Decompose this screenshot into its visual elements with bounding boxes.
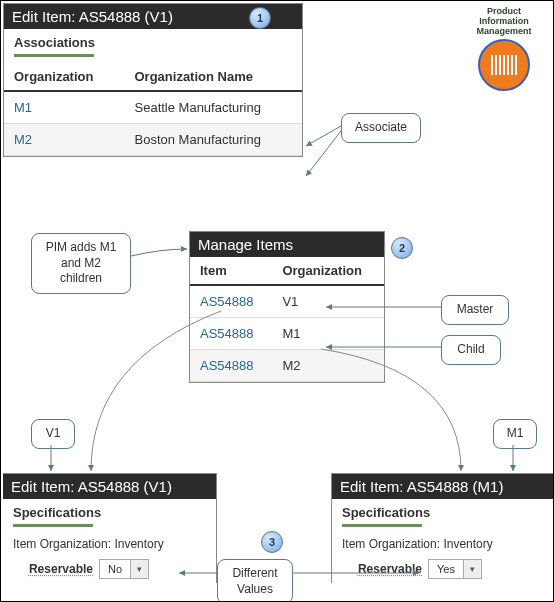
table-row[interactable]: M1 Seattle Manufacturing [4, 91, 302, 124]
org-name-cell: Boston Manufacturing [125, 124, 303, 156]
table-row[interactable]: AS54888 V1 [190, 285, 384, 318]
reservable-select[interactable]: Yes ▾ [428, 559, 482, 579]
reservable-row: Reservable No ▾ [3, 555, 216, 583]
callout-v1: V1 [31, 419, 75, 449]
col-organization-name: Organization Name [125, 63, 303, 91]
underline [13, 524, 93, 527]
table-row[interactable]: AS54888 M2 [190, 350, 384, 382]
edit-item-m1-specs-panel: Edit Item: AS54888 (M1) Specifications I… [331, 473, 553, 583]
item-organization-label: Item Organization: Inventory [3, 533, 216, 555]
col-item: Item [190, 257, 272, 285]
callout-child: Child [441, 335, 501, 365]
reservable-row: Reservable Yes ▾ [332, 555, 553, 583]
specifications-subhead: Specifications [332, 499, 553, 522]
table-row[interactable]: AS54888 M1 [190, 318, 384, 350]
specifications-subhead: Specifications [3, 499, 216, 522]
table-row[interactable]: M2 Boston Manufacturing [4, 124, 302, 156]
item-link[interactable]: AS54888 [190, 350, 272, 382]
reservable-label: Reservable [13, 562, 93, 576]
step-badge-2: 2 [391, 237, 413, 259]
reservable-select[interactable]: No ▾ [99, 559, 149, 579]
callout-associate: Associate [341, 113, 421, 143]
step-badge-3: 3 [261, 531, 283, 553]
org-link[interactable]: M2 [4, 124, 125, 156]
pim-logo-text: Product Information Management [465, 7, 543, 37]
org-cell: M2 [272, 350, 384, 382]
edit-item-v1-specs-panel: Edit Item: AS54888 (V1) Specifications I… [3, 473, 217, 583]
callout-pim-adds: PIM adds M1 and M2 children [31, 233, 131, 294]
associations-table: Organization Organization Name M1 Seattl… [4, 63, 302, 156]
panel-title: Edit Item: AS54888 (V1) [3, 474, 216, 499]
item-link[interactable]: AS54888 [190, 285, 272, 318]
manage-items-table: Item Organization AS54888 V1 AS54888 M1 … [190, 257, 384, 382]
underline [14, 54, 94, 57]
callout-master: Master [441, 295, 509, 325]
reservable-value: No [100, 563, 130, 575]
panel-title: Manage Items [190, 232, 384, 257]
org-cell: M1 [272, 318, 384, 350]
step-badge-1: 1 [249, 7, 271, 29]
org-name-cell: Seattle Manufacturing [125, 91, 303, 124]
reservable-value: Yes [429, 563, 463, 575]
org-cell: V1 [272, 285, 384, 318]
col-organization: Organization [272, 257, 384, 285]
item-link[interactable]: AS54888 [190, 318, 272, 350]
item-organization-label: Item Organization: Inventory [332, 533, 553, 555]
callout-different-values: Different Values [217, 559, 293, 602]
callout-m1: M1 [493, 419, 537, 449]
pim-logo: Product Information Management [465, 7, 543, 91]
barcode-icon [478, 39, 530, 91]
panel-title: Edit Item: AS54888 (M1) [332, 474, 553, 499]
manage-items-panel: Manage Items Item Organization AS54888 V… [189, 231, 385, 383]
associations-subhead: Associations [4, 29, 302, 52]
col-organization: Organization [4, 63, 125, 91]
reservable-label: Reservable [342, 562, 422, 576]
chevron-down-icon: ▾ [463, 560, 481, 578]
chevron-down-icon: ▾ [130, 560, 148, 578]
underline [342, 524, 422, 527]
org-link[interactable]: M1 [4, 91, 125, 124]
